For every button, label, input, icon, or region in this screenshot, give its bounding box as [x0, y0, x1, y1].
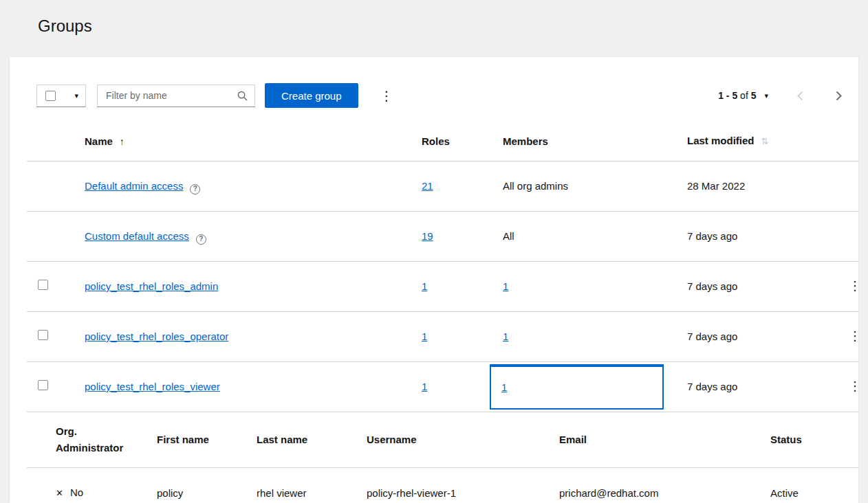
last-modified-cell: 7 days ago [676, 362, 832, 412]
kebab-icon: ⋮ [849, 279, 858, 293]
column-header-email: Email [548, 412, 759, 468]
column-header-status: Status [759, 412, 858, 468]
groups-card: ▾ Create group ⋮ 1 - 5 of [10, 57, 858, 503]
group-name-link[interactable]: policy_test_rhel_roles_operator [85, 331, 228, 342]
select-column-header [27, 122, 74, 161]
table-row: policy_test_rhel_roles_admin 1 1 7 days … [27, 262, 858, 312]
column-header-last-modified[interactable]: Last modified⇅ [676, 122, 832, 161]
next-page-button[interactable] [836, 91, 842, 101]
search-icon [237, 91, 248, 101]
sort-ascending-icon: ↑ [120, 136, 124, 147]
bulk-select-checkbox[interactable] [45, 91, 56, 101]
actions-column-header [832, 122, 858, 161]
chevron-right-icon [836, 91, 842, 101]
last-name-value: rhel viewer [246, 468, 356, 503]
last-modified-cell: 7 days ago [676, 212, 832, 262]
members-detail-header-row: Org. Administrator First name Last name … [27, 412, 858, 468]
group-name-link[interactable]: Default admin access [85, 180, 183, 192]
last-modified-cell: 28 Mar 2022 [676, 161, 832, 212]
member-row: ✕No policy rhel viewer policy-rhel-viewe… [27, 468, 858, 503]
roles-count-link[interactable]: 21 [422, 180, 433, 192]
org-admin-value: No [70, 487, 83, 498]
page-header: Groups [0, 0, 868, 57]
row-checkbox[interactable] [38, 280, 48, 290]
sortable-icon: ⇅ [761, 136, 769, 146]
question-circle-icon[interactable]: ? [196, 234, 206, 245]
toolbar: ▾ Create group ⋮ 1 - 5 of [10, 57, 858, 122]
group-name-link[interactable]: policy_test_rhel_roles_viewer [85, 381, 220, 392]
chevron-left-icon [797, 91, 803, 101]
email-value: prichard@redhat.com [548, 468, 759, 503]
table-header-row: Name↑ Roles Members Last modified⇅ [27, 122, 858, 161]
column-header-members: Members [492, 122, 676, 161]
previous-page-button[interactable] [797, 91, 803, 101]
first-name-value: policy [146, 468, 246, 503]
username-value: policy-rhel-viewer-1 [356, 468, 548, 503]
roles-count-link[interactable]: 19 [422, 230, 433, 242]
caret-down-icon: ▾ [74, 92, 78, 100]
kebab-icon: ⋮ [849, 329, 858, 343]
question-circle-icon[interactable]: ? [190, 184, 200, 194]
kebab-icon: ⋮ [380, 89, 393, 103]
members-cell: All org admins [492, 161, 676, 212]
last-modified-cell: 7 days ago [676, 312, 832, 362]
table-row: Default admin access? 21 All org admins … [27, 161, 858, 212]
bulk-select-dropdown[interactable]: ▾ [36, 85, 86, 107]
members-cell: All [492, 212, 676, 262]
pagination-menu-toggle[interactable]: 1 - 5 of 5 ▾ [718, 90, 768, 101]
roles-count-link[interactable]: 1 [422, 280, 427, 292]
kebab-icon: ⋮ [849, 379, 858, 393]
members-detail-expansion: Org. Administrator First name Last name … [27, 412, 858, 503]
members-count-link[interactable]: 1 [503, 331, 508, 342]
roles-count-link[interactable]: 1 [422, 381, 427, 392]
column-header-roles: Roles [411, 122, 492, 161]
filter-group [97, 85, 255, 107]
filter-by-name-input[interactable] [98, 85, 230, 107]
members-detail-table: Org. Administrator First name Last name … [27, 412, 858, 503]
row-checkbox[interactable] [38, 330, 48, 340]
roles-count-link[interactable]: 1 [422, 331, 427, 342]
status-value: Active [759, 468, 858, 503]
table-row: Custom default access? 19 All 7 days ago [27, 212, 858, 262]
row-kebab-menu[interactable]: ⋮ [843, 379, 858, 394]
row-kebab-menu[interactable]: ⋮ [843, 328, 858, 344]
search-button[interactable] [230, 85, 254, 107]
pagination: 1 - 5 of 5 ▾ [718, 90, 842, 101]
groups-table: Name↑ Roles Members Last modified⇅ Defau… [27, 122, 858, 503]
toolbar-kebab-menu[interactable]: ⋮ [373, 88, 400, 104]
column-header-first-name: First name [146, 412, 246, 468]
column-header-name[interactable]: Name↑ [74, 122, 411, 161]
caret-down-icon: ▾ [764, 92, 768, 100]
table-row: policy_test_rhel_roles_operator 1 1 7 da… [27, 312, 858, 362]
table-row: policy_test_rhel_roles_viewer 1 1 7 days… [27, 362, 858, 412]
close-icon: ✕ [56, 488, 63, 498]
row-kebab-menu[interactable]: ⋮ [843, 278, 858, 293]
group-name-link[interactable]: Custom default access [85, 230, 189, 242]
last-modified-cell: 7 days ago [676, 262, 832, 312]
group-name-link[interactable]: policy_test_rhel_roles_admin [85, 280, 218, 292]
members-count-link[interactable]: 1 [503, 280, 508, 292]
row-checkbox[interactable] [38, 380, 48, 390]
column-header-last-name: Last name [246, 412, 356, 468]
pagination-range: 1 - 5 of 5 [718, 90, 756, 101]
page-title: Groups [38, 16, 830, 36]
create-group-button[interactable]: Create group [265, 83, 358, 108]
column-header-org-administrator: Org. Administrator [27, 412, 146, 468]
expanded-members-cell[interactable]: 1 [490, 364, 664, 410]
column-header-username: Username [356, 412, 548, 468]
members-count-link[interactable]: 1 [501, 379, 507, 396]
